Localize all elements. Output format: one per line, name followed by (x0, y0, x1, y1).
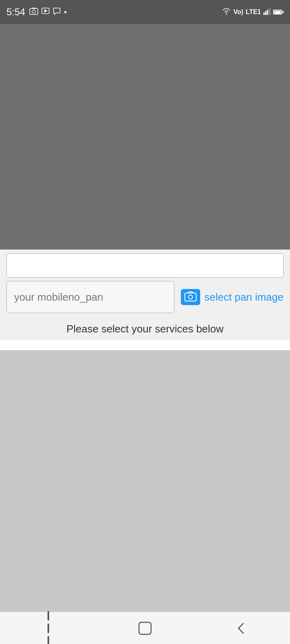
services-content-area (0, 350, 290, 612)
partial-input-placeholder (6, 254, 284, 278)
select-pan-label: select pan image (204, 291, 284, 303)
svg-point-12 (188, 295, 193, 299)
mobile-pan-row: select pan image (6, 281, 284, 313)
chat-icon (53, 7, 61, 17)
status-bar: 5:54 (0, 0, 290, 24)
home-icon (137, 620, 153, 637)
lte-icon: LTE1 (246, 8, 261, 16)
photo-icon (29, 7, 38, 17)
back-button[interactable] (226, 616, 258, 640)
svg-rect-2 (32, 8, 35, 9)
svg-rect-6 (263, 12, 265, 15)
volte-icon: Vo) (233, 8, 243, 16)
svg-rect-8 (267, 10, 268, 15)
battery-icon (273, 10, 284, 14)
svg-rect-11 (185, 293, 196, 301)
recent-apps-icon (48, 611, 49, 644)
svg-rect-13 (139, 622, 151, 634)
svg-rect-10 (270, 8, 271, 15)
svg-rect-7 (265, 11, 266, 15)
recent-apps-button[interactable] (32, 616, 64, 640)
services-prompt: Please select your services below (0, 316, 290, 340)
svg-marker-4 (44, 9, 48, 12)
pan-image-icon (181, 289, 200, 305)
wifi-icon (222, 8, 231, 17)
mobile-pan-input[interactable] (6, 281, 174, 313)
status-time: 5:54 (6, 6, 25, 18)
svg-point-1 (32, 10, 35, 13)
home-button[interactable] (129, 616, 161, 640)
form-area: select pan image Please select your serv… (0, 250, 290, 340)
select-pan-button[interactable]: select pan image (181, 289, 284, 305)
back-icon (234, 621, 249, 636)
camera-preview-area (0, 24, 290, 258)
notification-dot: • (64, 8, 67, 17)
status-bar-left: 5:54 (6, 6, 67, 18)
svg-point-5 (226, 14, 227, 15)
play-icon (41, 8, 50, 17)
status-icons: • (29, 7, 67, 17)
status-bar-right: Vo) LTE1 (222, 8, 284, 17)
nav-bar (0, 612, 290, 644)
svg-rect-9 (268, 9, 269, 15)
signal-icon (263, 8, 271, 17)
